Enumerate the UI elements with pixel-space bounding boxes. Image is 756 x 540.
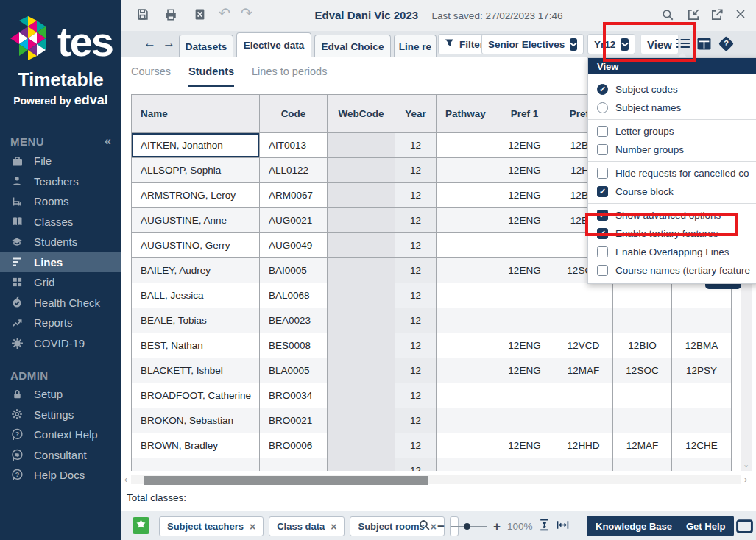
radio-checked-icon[interactable] — [597, 84, 608, 95]
column-header[interactable]: Year — [395, 95, 437, 133]
search-icon[interactable] — [661, 8, 674, 24]
table-cell[interactable] — [495, 283, 554, 308]
tab-elective-data[interactable]: Elective data — [236, 32, 311, 57]
table-cell[interactable]: BAILEY, Audrey — [132, 258, 260, 283]
table-cell[interactable] — [260, 458, 328, 472]
table-cell[interactable] — [328, 283, 395, 308]
table-cell[interactable] — [554, 408, 613, 433]
sidebar-item-context-help[interactable]: ?Context Help — [0, 424, 121, 445]
table-cell[interactable]: BAI0005 — [260, 258, 328, 283]
table-cell[interactable] — [328, 383, 395, 408]
sidebar-item-students[interactable]: Students — [0, 232, 121, 252]
sidebar-item-covid-19[interactable]: COVID-19 — [0, 333, 121, 354]
table-cell[interactable]: 12BMA — [672, 333, 732, 358]
chip-close-icon[interactable]: × — [250, 521, 255, 533]
get-help-button[interactable]: Get Help — [677, 516, 734, 536]
table-cell[interactable] — [613, 408, 672, 433]
sidebar-item-setup[interactable]: Setup — [0, 384, 121, 405]
table-cell[interactable]: BES0008 — [260, 333, 328, 358]
table-cell[interactable] — [495, 233, 554, 258]
sidebar-item-file[interactable]: File — [0, 151, 121, 171]
table-cell[interactable]: ALLSOPP, Sophia — [132, 158, 260, 183]
table-cell[interactable]: BROADFOOT, Catherine — [132, 383, 260, 408]
table-cell[interactable]: 12 — [395, 283, 437, 308]
table-cell[interactable] — [328, 458, 395, 472]
subtab-courses[interactable]: Courses — [131, 57, 171, 87]
table-cell[interactable]: 12 — [395, 333, 437, 358]
table-cell[interactable] — [328, 358, 395, 383]
table-cell[interactable]: 12 — [395, 458, 437, 472]
table-cell[interactable]: BLA0005 — [260, 358, 328, 383]
tab-datasets[interactable]: Datasets — [179, 35, 233, 57]
chip-class-data[interactable]: Class data× — [269, 516, 345, 536]
table-cell[interactable]: ARM0067 — [260, 183, 328, 208]
tab-line-re[interactable]: Line re — [394, 35, 437, 57]
table-cell[interactable] — [437, 233, 495, 258]
table-cell[interactable] — [495, 308, 554, 333]
table-cell[interactable]: 12PSY — [672, 358, 732, 383]
table-cell[interactable] — [554, 383, 613, 408]
table-cell[interactable]: BRO0034 — [260, 383, 328, 408]
table-cell[interactable]: 12CHE — [672, 433, 732, 458]
table-cell[interactable]: BAL0068 — [260, 283, 328, 308]
column-header[interactable]: Pref 1 — [495, 95, 554, 133]
table-cell[interactable]: ARMSTRONG, Leroy — [132, 183, 260, 208]
table-cell[interactable]: 12MAF — [554, 358, 613, 383]
table-cell[interactable] — [328, 408, 395, 433]
favourite-button[interactable] — [133, 517, 149, 534]
table-cell[interactable]: 12 — [395, 258, 437, 283]
table-cell[interactable]: 12VCD — [554, 333, 613, 358]
zoom-in-icon[interactable]: + — [493, 519, 501, 534]
scroll-down-icon[interactable]: ⌄ — [743, 460, 749, 469]
fit-height-icon[interactable] — [539, 519, 550, 534]
sidebar-item-lines[interactable]: Lines — [0, 252, 121, 273]
table-cell[interactable]: 12ENG — [495, 358, 554, 383]
table-cell[interactable]: BRO0021 — [260, 408, 328, 433]
table-cell[interactable]: AIT0013 — [260, 133, 328, 158]
subtab-students[interactable]: Students — [188, 57, 234, 87]
view-button[interactable]: View — [640, 34, 679, 54]
table-cell[interactable] — [437, 333, 495, 358]
table-cell[interactable]: BLACKETT, Ishbel — [132, 358, 260, 383]
view-menu-item-letter-groups[interactable]: Letter groups — [588, 122, 756, 141]
checkbox-unchecked-icon[interactable] — [597, 144, 608, 155]
table-cell[interactable] — [672, 383, 732, 408]
monitor-icon[interactable] — [736, 519, 753, 536]
table-cell[interactable] — [328, 208, 395, 233]
table-cell[interactable]: 12 — [395, 358, 437, 383]
table-cell[interactable] — [328, 183, 395, 208]
scroll-left-icon[interactable]: ‹ — [124, 475, 127, 485]
sidebar-item-help-docs[interactable]: ?Help Docs — [0, 465, 121, 486]
fit-width-icon[interactable] — [557, 519, 569, 533]
forward-arrow[interactable]: → — [163, 36, 175, 51]
hscroll-thumb[interactable] — [144, 476, 428, 485]
collapse-sidebar-icon[interactable]: « — [105, 135, 111, 148]
table-cell[interactable] — [437, 283, 495, 308]
table-cell[interactable]: BEALE, Tobias — [132, 308, 260, 333]
table-cell[interactable] — [495, 458, 554, 472]
table-cell[interactable] — [437, 158, 495, 183]
table-cell[interactable] — [613, 308, 672, 333]
help-diamond-icon[interactable]: ? — [718, 35, 735, 52]
table-cell[interactable] — [437, 458, 495, 472]
table-cell[interactable] — [437, 308, 495, 333]
table-cell[interactable]: AUGUSTINO, Gerry — [132, 233, 260, 258]
table-cell[interactable] — [495, 408, 554, 433]
table-cell[interactable]: 12 — [395, 158, 437, 183]
table-cell[interactable] — [613, 458, 672, 472]
checkbox-unchecked-icon[interactable] — [597, 246, 608, 257]
subtab-lines-to-periods[interactable]: Lines to periods — [252, 57, 327, 87]
view-menu-item-number-groups[interactable]: Number groups — [588, 141, 756, 159]
table-cell[interactable]: 12ENG — [495, 183, 554, 208]
sidebar-item-rooms[interactable]: Rooms — [0, 191, 121, 212]
sidebar-item-grid[interactable]: Grid — [0, 272, 121, 293]
columns-icon[interactable] — [697, 38, 711, 50]
table-cell[interactable] — [328, 158, 395, 183]
view-menu-item-course-block[interactable]: Course block — [588, 182, 756, 201]
close-icon[interactable] — [735, 8, 746, 23]
checkbox-unchecked-icon[interactable] — [597, 126, 608, 137]
table-cell[interactable] — [672, 308, 732, 333]
view-menu-item-enable-overlapping-lines[interactable]: Enable Overlapping Lines — [588, 243, 756, 261]
table-cell[interactable] — [328, 133, 395, 158]
table-cell[interactable] — [554, 283, 613, 308]
